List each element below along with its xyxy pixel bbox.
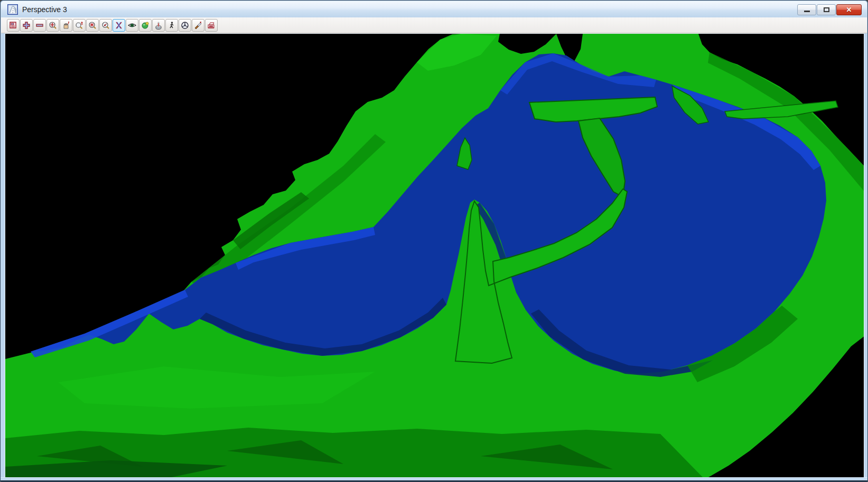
navigate-view-button[interactable] [179, 19, 191, 32]
steering-wheel-icon [181, 21, 189, 30]
window-frame-edge [1, 480, 867, 481]
minimize-icon [804, 11, 810, 12]
view-previous-button[interactable] [99, 19, 112, 32]
zoom-in-out-button[interactable] [73, 19, 86, 32]
print-view-button[interactable] [205, 19, 218, 32]
maximize-button[interactable] [817, 4, 836, 15]
walking-person-icon [167, 21, 176, 30]
rotate-view-button[interactable] [113, 19, 125, 32]
perspective-3d-viewport[interactable] [5, 33, 864, 478]
minimize-button[interactable] [797, 4, 816, 15]
crossed-axes-icon [115, 21, 123, 30]
hand-plus-icon [62, 21, 70, 30]
magnifier-arrows-icon [49, 21, 57, 30]
close-icon: ✕ [846, 6, 852, 13]
perspective-road-icon [7, 4, 18, 15]
eye-icon [128, 21, 136, 30]
walk-through-button[interactable] [165, 19, 178, 32]
pan-view-button[interactable] [60, 19, 72, 32]
perspective-window: Perspective 3 ✕ [0, 0, 868, 482]
zoom-out-button[interactable] [33, 19, 46, 32]
knife-icon [194, 21, 202, 30]
update-view-icon [9, 21, 17, 30]
magnifier-asterisk-icon [88, 21, 97, 30]
window-controls: ✕ [797, 4, 862, 15]
bucket-icon [154, 21, 163, 30]
camera-settings-button[interactable] [126, 19, 138, 32]
render-shaded-button[interactable] [139, 19, 152, 32]
zoom-in-button[interactable] [20, 19, 33, 32]
title-bar[interactable]: Perspective 3 ✕ [1, 1, 867, 17]
terrain-scene [5, 34, 864, 478]
fit-view-button[interactable] [46, 19, 59, 32]
window-center-button[interactable] [86, 19, 99, 32]
clip-view-button[interactable] [192, 19, 204, 32]
printer-icon [207, 21, 216, 30]
maximize-icon [824, 7, 829, 12]
sphere-icon [141, 21, 150, 30]
window-title: Perspective 3 [22, 5, 67, 14]
close-button[interactable]: ✕ [836, 4, 862, 15]
plus-icon [22, 21, 31, 30]
view-toolbar [1, 17, 867, 33]
minus-icon [35, 21, 44, 30]
magnifier-arrow-icon [101, 21, 110, 30]
magnifier-plus-minus-icon [75, 21, 83, 30]
update-view-button[interactable] [7, 19, 20, 32]
display-style-button[interactable] [152, 19, 165, 32]
